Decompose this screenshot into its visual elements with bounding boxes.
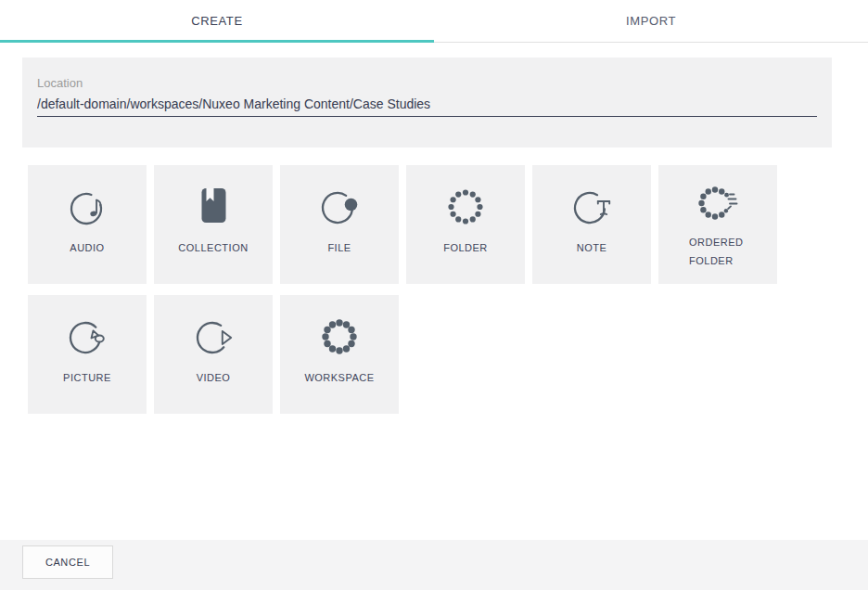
location-input[interactable]: /default-domain/workspaces/Nuxeo Marketi… <box>37 96 817 117</box>
tile-label: FILE <box>327 239 351 258</box>
audio-icon <box>65 184 109 228</box>
tile-label: WORKSPACE <box>304 369 374 388</box>
picture-icon <box>65 314 109 358</box>
video-icon <box>191 314 236 358</box>
tab-import[interactable]: IMPORT <box>434 0 868 42</box>
location-label: Location <box>37 76 817 90</box>
tile-workspace[interactable]: WORKSPACE <box>280 295 399 414</box>
tile-file[interactable]: FILE <box>280 165 399 284</box>
dialog-tabbar: CREATE IMPORT <box>0 0 868 43</box>
tile-folder[interactable]: FOLDER <box>406 165 525 284</box>
tile-label: AUDIO <box>70 239 104 258</box>
tile-label: FOLDER <box>443 239 488 258</box>
folder-icon <box>443 184 488 228</box>
tab-create[interactable]: CREATE <box>0 0 434 42</box>
workspace-icon <box>317 314 362 358</box>
file-icon <box>317 184 362 228</box>
tile-ordered-folder[interactable]: ORDERED FOLDER <box>658 165 777 284</box>
tile-label: NOTE <box>577 239 607 258</box>
tile-label: PICTURE <box>63 369 111 388</box>
tile-picture[interactable]: PICTURE <box>28 295 147 414</box>
location-panel: Location /default-domain/workspaces/Nuxe… <box>22 58 832 148</box>
ordered-folder-icon <box>696 180 740 224</box>
tile-video[interactable]: VIDEO <box>154 295 273 414</box>
tile-label: COLLECTION <box>178 239 248 258</box>
tile-collection[interactable]: COLLECTION <box>154 165 273 284</box>
cancel-button[interactable]: CANCEL <box>22 545 113 579</box>
document-type-grid: AUDIO COLLECTION FILE FOLDER <box>28 165 777 414</box>
tile-label: VIDEO <box>197 369 231 388</box>
tile-note[interactable]: NOTE <box>532 165 651 284</box>
tab-create-label: CREATE <box>191 14 242 28</box>
active-tab-underline <box>0 40 434 43</box>
collection-icon <box>191 184 236 228</box>
note-icon <box>569 184 614 228</box>
tile-audio[interactable]: AUDIO <box>28 165 147 284</box>
dialog-footer: CANCEL <box>0 540 868 590</box>
tile-label: ORDERED FOLDER <box>689 234 747 271</box>
tab-import-label: IMPORT <box>626 14 676 28</box>
